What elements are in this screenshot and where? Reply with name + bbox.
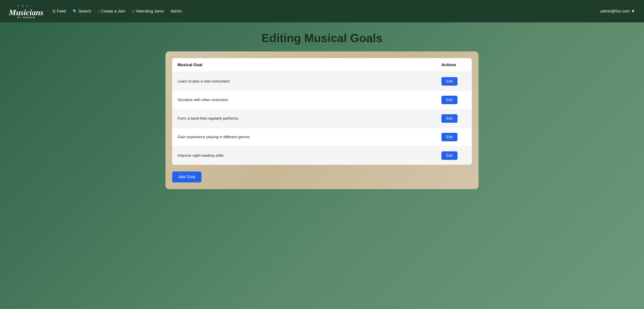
create-jam-icon: ♪ [98,9,100,13]
table-row: Learn to play a new instrumentEdit [172,72,472,91]
logo-subtitle: OF MANOA [17,16,36,19]
action-cell: Edit [436,128,472,146]
goals-table: Musical Goal Actions Learn to play a new… [172,58,472,165]
nav-label-attending-jams: Attending Jams [136,9,164,14]
goal-cell: Socialize with other musicians [172,91,436,109]
nav-link-attending-jams[interactable]: ♫ Attending Jams [132,9,164,14]
table-row: Gain experience playing in different gen… [172,128,472,146]
page-title: Editing Musical Goals [14,31,630,45]
nav-label-feed: Feed [57,9,66,14]
edit-button[interactable]: Edit [442,133,458,141]
logo-text: Musicians [9,8,44,16]
goal-cell: Gain experience playing in different gen… [172,128,436,146]
nav-link-admin[interactable]: Admin [170,9,182,14]
main-content: Editing Musical Goals Musical Goal Actio… [0,22,644,198]
edit-button[interactable]: Edit [442,77,458,86]
attending-jams-icon: ♫ [132,9,134,13]
nav-link-feed[interactable]: ☰ Feed [52,9,66,14]
table-row: Form a band that regularly performsEdit [172,109,472,128]
user-email: admin@foo.com [600,9,630,14]
nav-item-create-jam[interactable]: ♪ Create a Jam [98,9,125,14]
goal-cell: Form a band that regularly performs [172,109,436,128]
action-cell: Edit [436,109,472,128]
nav-label-create-jam: Create a Jam [101,9,125,14]
nav-item-attending-jams[interactable]: ♫ Attending Jams [132,9,164,14]
edit-button[interactable]: Edit [442,96,458,104]
navbar-left: Musicians OF MANOA ☰ Feed 🔍 Search ♪ Cre… [9,4,182,19]
nav-item-search[interactable]: 🔍 Search [73,9,91,14]
goal-cell: Improve sight-reading skills [172,146,436,165]
dropdown-icon: ▼ [631,9,635,14]
nav-link-search[interactable]: 🔍 Search [73,9,91,14]
nav-link-create-jam[interactable]: ♪ Create a Jam [98,9,125,14]
action-cell: Edit [436,91,472,109]
nav-label-admin: Admin [170,9,182,14]
nav-item-admin[interactable]: Admin [170,9,182,14]
nav-label-search: Search [78,9,91,14]
column-header-goal: Musical Goal [172,58,436,72]
feed-icon: ☰ [52,9,56,14]
edit-button[interactable]: Edit [442,114,458,123]
action-cell: Edit [436,146,472,165]
table-header: Musical Goal Actions [172,58,472,72]
logo[interactable]: Musicians OF MANOA [9,4,44,19]
navbar: Musicians OF MANOA ☰ Feed 🔍 Search ♪ Cre… [0,0,644,22]
table-body: Learn to play a new instrumentEditSocial… [172,72,472,165]
column-header-actions: Actions [436,58,472,72]
goal-cell: Learn to play a new instrument [172,72,436,91]
table-row: Socialize with other musiciansEdit [172,91,472,109]
card: Musical Goal Actions Learn to play a new… [166,52,478,189]
nav-links: ☰ Feed 🔍 Search ♪ Create a Jam ♫ [52,9,182,14]
table-row: Improve sight-reading skillsEdit [172,146,472,165]
user-menu[interactable]: admin@foo.com ▼ [600,9,635,14]
logo-music-notes [17,4,35,8]
nav-item-feed[interactable]: ☰ Feed [52,9,66,14]
add-goal-button[interactable]: Add Goal [172,172,202,182]
edit-button[interactable]: Edit [442,151,458,160]
table-header-row: Musical Goal Actions [172,58,472,72]
action-cell: Edit [436,72,472,91]
search-icon: 🔍 [73,9,77,14]
